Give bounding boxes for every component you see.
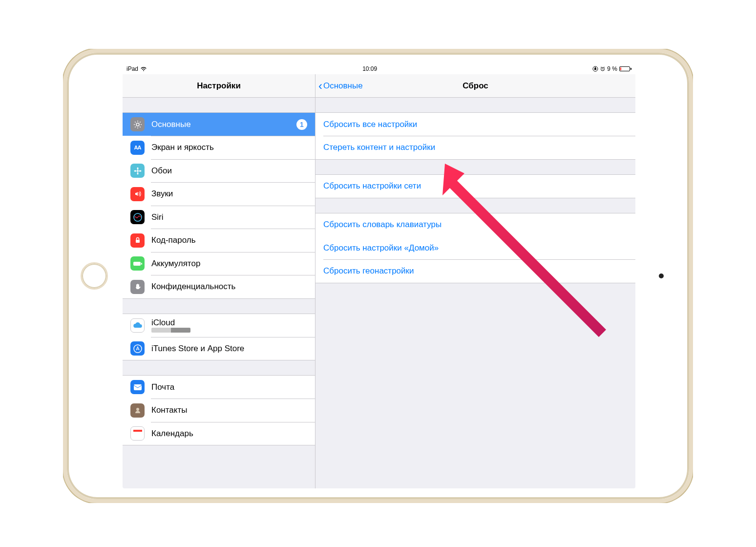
reset-group: Сбросить настройки сети	[315, 174, 635, 198]
sidebar-item-icloud[interactable]: iCloud	[123, 314, 315, 337]
flower-icon	[130, 164, 145, 178]
device-label: iPad	[126, 65, 138, 72]
wifi-icon	[140, 66, 147, 71]
cloud-icon	[130, 318, 145, 333]
sidebar-item-label: Календарь	[151, 429, 307, 439]
calendar-icon	[130, 426, 145, 441]
back-button[interactable]: ‹ Основные	[315, 80, 363, 92]
sidebar-item-passcode[interactable]: Код-пароль	[123, 229, 315, 252]
sidebar-group: iCloud iTunes Store и App Store	[123, 314, 315, 361]
lock-icon	[130, 233, 145, 248]
detail-navbar: ‹ Основные Сброс	[315, 74, 635, 98]
sidebar-item-wallpaper[interactable]: Обои	[123, 159, 315, 182]
erase-all-content[interactable]: Стереть контент и настройки	[315, 136, 635, 159]
chevron-left-icon: ‹	[318, 80, 322, 92]
sidebar-item-mail[interactable]: Почта	[123, 376, 315, 399]
svg-rect-13	[134, 384, 142, 390]
battery-icon	[130, 256, 145, 271]
person-icon	[130, 403, 145, 418]
sidebar-item-sounds[interactable]: Звуки	[123, 183, 315, 206]
svg-point-3	[137, 170, 139, 172]
sidebar-item-label: Аккумулятор	[151, 259, 307, 269]
speaker-icon	[130, 187, 145, 201]
sidebar-item-general[interactable]: Основные 1	[123, 113, 315, 136]
sidebar-group: Основные 1 AA Экран и яркость Обои	[123, 112, 315, 299]
detail-pane: ‹ Основные Сброс Сбросить все настройки …	[315, 74, 635, 488]
icloud-account-redacted	[151, 328, 190, 333]
home-button[interactable]	[81, 262, 108, 290]
sidebar-item-battery[interactable]: Аккумулятор	[123, 252, 315, 275]
reset-group: Сбросить словарь клавиатуры Сбросить нас…	[315, 213, 635, 283]
svg-rect-15	[133, 430, 142, 432]
sidebar-item-contacts[interactable]: Контакты	[123, 399, 315, 422]
sidebar-item-label: Экран и яркость	[151, 143, 307, 152]
sidebar-item-label: Почта	[151, 382, 307, 392]
clock: 10:09	[147, 65, 592, 72]
svg-point-12	[134, 345, 142, 353]
svg-rect-11	[141, 263, 142, 265]
sidebar-item-calendar[interactable]: Календарь	[123, 422, 315, 445]
svg-point-2	[136, 123, 139, 126]
sidebar-item-label: Обои	[151, 166, 307, 176]
svg-point-4	[137, 167, 138, 169]
svg-point-7	[139, 170, 141, 171]
text-size-icon: AA	[130, 141, 145, 155]
siri-icon	[130, 210, 145, 224]
sidebar-item-label: Основные	[151, 120, 290, 129]
sidebar-group: Почта Контакты Календарь	[123, 375, 315, 445]
sidebar-item-label: Siri	[151, 212, 307, 222]
sidebar-item-label: Звуки	[151, 189, 307, 199]
sidebar-item-itunes[interactable]: iTunes Store и App Store	[123, 337, 315, 360]
badge: 1	[296, 119, 307, 130]
back-label: Основные	[323, 81, 363, 91]
sidebar-item-label: Конфиденциальность	[151, 282, 307, 292]
reset-location[interactable]: Сбросить геонастройки	[315, 260, 635, 283]
orientation-lock-icon	[592, 66, 598, 72]
sidebar-title: Настройки	[123, 81, 315, 91]
svg-rect-10	[133, 262, 141, 266]
sidebar-item-label: Код-пароль	[151, 235, 307, 245]
reset-keyboard-dict[interactable]: Сбросить словарь клавиатуры	[315, 213, 635, 236]
reset-group: Сбросить все настройки Стереть контент и…	[315, 112, 635, 160]
svg-point-14	[136, 408, 139, 411]
envelope-icon	[130, 380, 145, 394]
svg-rect-9	[136, 240, 140, 243]
sidebar-item-display[interactable]: AA Экран и яркость	[123, 136, 315, 159]
alarm-icon	[600, 66, 605, 71]
sidebar-navbar: Настройки	[123, 74, 315, 98]
svg-rect-16	[133, 432, 142, 438]
sidebar-item-label: iCloud	[151, 318, 190, 328]
hand-icon	[130, 280, 145, 294]
reset-all-settings[interactable]: Сбросить все настройки	[315, 113, 635, 136]
battery-icon	[619, 66, 631, 71]
svg-point-5	[137, 172, 138, 174]
status-bar: iPad 10:09 9 %	[123, 63, 635, 74]
ipad-frame: iPad 10:09 9 %	[63, 49, 693, 503]
camera-dot	[659, 274, 664, 278]
screen: iPad 10:09 9 %	[123, 63, 635, 488]
detail-title: Сброс	[315, 81, 635, 91]
battery-pct: 9 %	[607, 65, 617, 72]
sidebar-item-label: iTunes Store и App Store	[151, 344, 307, 354]
sidebar-item-label: Контакты	[151, 405, 307, 415]
svg-point-6	[134, 170, 136, 171]
sidebar-item-siri[interactable]: Siri	[123, 206, 315, 229]
reset-network[interactable]: Сбросить настройки сети	[315, 175, 635, 198]
reset-home[interactable]: Сбросить настройки «Домой»	[315, 236, 635, 259]
gear-icon	[130, 117, 145, 131]
settings-sidebar: Настройки Основные 1 AA Экран и яркость	[123, 74, 315, 488]
appstore-icon	[130, 341, 145, 356]
sidebar-item-privacy[interactable]: Конфиденциальность	[123, 275, 315, 298]
